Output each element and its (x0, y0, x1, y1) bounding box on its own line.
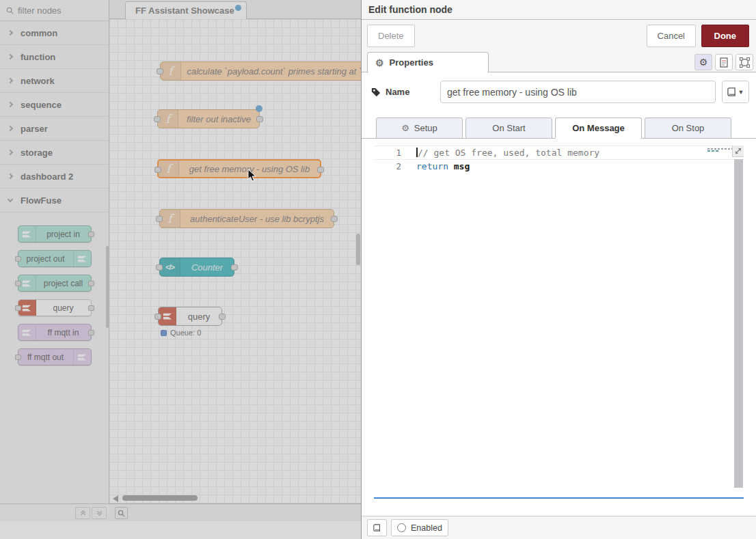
gear-icon: ⚙ (699, 57, 708, 68)
mouse-cursor-icon (247, 169, 257, 182)
caret-down-icon: ▼ (738, 89, 744, 96)
tray-tabrow: ⚙ Properties ⚙ (362, 52, 756, 72)
gear-icon: ⚙ (401, 123, 409, 133)
tag-icon (371, 87, 381, 97)
book-icon (373, 523, 381, 533)
code-line-2[interactable]: 2 return msg (374, 160, 744, 173)
node-name-input[interactable] (440, 81, 716, 103)
function-editor-tabs: ⚙ Setup On Start On Message On Stop (362, 118, 756, 139)
scrollbar-thumb[interactable] (734, 159, 743, 488)
expand-editor-button[interactable] (732, 146, 744, 157)
line-number: 1 (374, 146, 401, 159)
cancel-button[interactable]: Cancel (647, 25, 696, 47)
document-icon (720, 57, 729, 68)
tab-on-stop[interactable]: On Stop (645, 118, 731, 139)
library-button[interactable]: ▼ (722, 81, 749, 103)
name-field-label: Name (386, 87, 409, 97)
code-line-1[interactable]: 1 // get OS free, used, total memory (374, 146, 744, 160)
tray-body: Name ▼ ⚙ Setup On Start On Message On St… (362, 72, 756, 516)
tab-on-start[interactable]: On Start (465, 118, 552, 139)
node-appearance-button[interactable] (735, 54, 753, 70)
selection-frame-icon (740, 57, 750, 68)
tray-title: Edit function node (362, 0, 756, 20)
book-icon (727, 87, 736, 97)
name-row: Name ▼ (362, 72, 756, 111)
gear-icon: ⚙ (375, 57, 384, 68)
workspace-shade (0, 0, 361, 539)
line-number: 2 (374, 160, 401, 173)
delete-button[interactable]: Delete (367, 25, 415, 47)
tray-toolbar: Delete Cancel Done (362, 20, 756, 52)
enabled-toggle-button[interactable]: Enabled (391, 519, 448, 536)
enabled-circle-icon (397, 523, 406, 532)
code-editor[interactable]: 1 // get OS free, used, total memory 2 r… (374, 146, 744, 499)
edit-tray: Edit function node Delete Cancel Done ⚙ … (361, 0, 756, 539)
tab-on-message[interactable]: On Message (555, 118, 642, 139)
properties-tab[interactable]: ⚙ Properties (367, 52, 489, 73)
editor-scrollbar[interactable] (734, 146, 744, 497)
node-properties-button[interactable]: ⚙ (694, 54, 712, 70)
tab-setup[interactable]: ⚙ Setup (376, 118, 463, 139)
tray-footer: Enabled (362, 516, 756, 539)
node-red-app: common function network sequence parser … (0, 0, 756, 539)
library-export-button[interactable] (367, 519, 387, 536)
editor-minimap (707, 148, 732, 152)
done-button[interactable]: Done (701, 25, 750, 47)
expand-icon (735, 148, 742, 154)
node-description-button[interactable] (715, 54, 733, 70)
